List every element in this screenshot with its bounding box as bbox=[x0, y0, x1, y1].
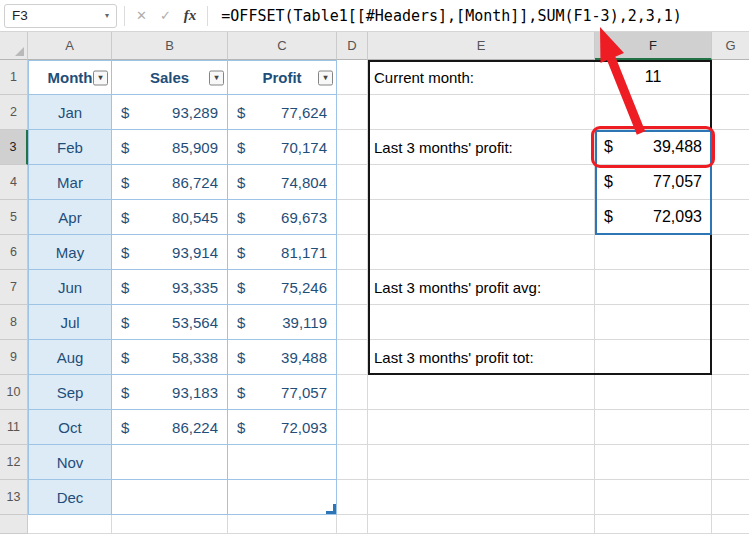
cell[interactable] bbox=[337, 515, 368, 534]
month-cell[interactable]: Jan bbox=[28, 95, 112, 130]
row-header-6[interactable]: 6 bbox=[0, 235, 28, 270]
row-header-9[interactable]: 9 bbox=[0, 340, 28, 375]
cell[interactable] bbox=[112, 480, 228, 515]
cell[interactable] bbox=[712, 305, 749, 340]
column-header-f[interactable]: F bbox=[595, 32, 712, 60]
cell[interactable] bbox=[368, 375, 595, 410]
cell[interactable] bbox=[368, 165, 595, 200]
cell[interactable] bbox=[28, 515, 112, 534]
column-header-d[interactable]: D bbox=[337, 32, 368, 60]
cell[interactable] bbox=[595, 410, 712, 445]
column-header-a[interactable]: A bbox=[28, 32, 112, 60]
row-header-1[interactable]: 1 bbox=[0, 60, 28, 95]
cell[interactable] bbox=[337, 200, 368, 235]
month-cell[interactable]: May bbox=[28, 235, 112, 270]
cell[interactable] bbox=[228, 445, 337, 480]
filter-button-profit[interactable]: ▾ bbox=[318, 70, 333, 85]
cell[interactable] bbox=[712, 200, 749, 235]
cell[interactable] bbox=[368, 480, 595, 515]
cell[interactable] bbox=[228, 515, 337, 534]
sales-cell[interactable]: $58,338 bbox=[112, 340, 228, 375]
profit-cell[interactable]: $74,804 bbox=[228, 165, 337, 200]
profit-cell[interactable]: $70,174 bbox=[228, 130, 337, 165]
cell[interactable] bbox=[337, 445, 368, 480]
filter-button-month[interactable]: ▾ bbox=[93, 70, 108, 85]
row-header-2[interactable]: 2 bbox=[0, 95, 28, 130]
cell[interactable] bbox=[368, 305, 595, 340]
cell[interactable] bbox=[595, 305, 712, 340]
cell[interactable] bbox=[337, 270, 368, 305]
enter-icon[interactable]: ✓ bbox=[160, 8, 171, 23]
cell[interactable] bbox=[595, 375, 712, 410]
cell[interactable] bbox=[337, 480, 368, 515]
cell[interactable] bbox=[712, 95, 749, 130]
month-cell[interactable]: Apr bbox=[28, 200, 112, 235]
column-header-g[interactable]: G bbox=[712, 32, 749, 60]
cell[interactable] bbox=[712, 515, 749, 534]
cell[interactable] bbox=[712, 445, 749, 480]
cell[interactable] bbox=[368, 200, 595, 235]
cell[interactable] bbox=[337, 165, 368, 200]
cell[interactable] bbox=[337, 410, 368, 445]
sales-cell[interactable]: $85,909 bbox=[112, 130, 228, 165]
row-header-10[interactable]: 10 bbox=[0, 375, 28, 410]
formula-input[interactable]: =OFFSET(Table1[[#Headers],[Month]],SUM(F… bbox=[215, 7, 749, 25]
column-header-b[interactable]: B bbox=[112, 32, 228, 60]
selected-cell-f3[interactable]: $39,488 bbox=[595, 130, 712, 165]
column-header-c[interactable]: C bbox=[228, 32, 337, 60]
month-cell[interactable]: Mar bbox=[28, 165, 112, 200]
month-cell[interactable]: Nov bbox=[28, 445, 112, 480]
table-resize-handle[interactable] bbox=[228, 480, 337, 515]
column-header-e[interactable]: E bbox=[368, 32, 595, 60]
month-cell[interactable]: Aug bbox=[28, 340, 112, 375]
cell[interactable] bbox=[337, 60, 368, 95]
row-header-partial[interactable] bbox=[0, 515, 28, 534]
sales-cell[interactable]: $86,724 bbox=[112, 165, 228, 200]
sales-cell[interactable]: $80,545 bbox=[112, 200, 228, 235]
cell[interactable] bbox=[712, 130, 749, 165]
name-box[interactable]: F3 ▾ bbox=[4, 4, 117, 28]
cell[interactable] bbox=[712, 270, 749, 305]
cell[interactable] bbox=[712, 340, 749, 375]
month-cell[interactable]: Oct bbox=[28, 410, 112, 445]
chevron-down-icon[interactable]: ▾ bbox=[105, 12, 109, 20]
sales-cell[interactable]: $93,289 bbox=[112, 95, 228, 130]
cell[interactable] bbox=[595, 340, 712, 375]
current-month-label-cell[interactable]: Current month: bbox=[368, 60, 595, 95]
row-header-4[interactable]: 4 bbox=[0, 165, 28, 200]
sales-cell[interactable]: $86,224 bbox=[112, 410, 228, 445]
cell[interactable] bbox=[712, 375, 749, 410]
profit-cell[interactable]: $39,488 bbox=[228, 340, 337, 375]
profit-cell[interactable]: $72,093 bbox=[228, 410, 337, 445]
profit-cell[interactable]: $69,673 bbox=[228, 200, 337, 235]
cell[interactable] bbox=[337, 375, 368, 410]
cell[interactable] bbox=[595, 515, 712, 534]
month-cell[interactable]: Sep bbox=[28, 375, 112, 410]
row-header-12[interactable]: 12 bbox=[0, 445, 28, 480]
table-header-profit[interactable]: Profit ▾ bbox=[228, 60, 337, 95]
filter-button-sales[interactable]: ▾ bbox=[209, 70, 224, 85]
spill-cell-f4[interactable]: $77,057 bbox=[595, 165, 712, 200]
row-header-13[interactable]: 13 bbox=[0, 480, 28, 515]
cell[interactable] bbox=[368, 235, 595, 270]
cell[interactable] bbox=[368, 445, 595, 480]
row-header-7[interactable]: 7 bbox=[0, 270, 28, 305]
tot-label-cell[interactable]: Last 3 months' profit tot: bbox=[368, 340, 595, 375]
month-cell[interactable]: Feb bbox=[28, 130, 112, 165]
sales-cell[interactable]: $93,914 bbox=[112, 235, 228, 270]
cell[interactable] bbox=[337, 235, 368, 270]
profit-cell[interactable]: $75,246 bbox=[228, 270, 337, 305]
sales-cell[interactable]: $93,183 bbox=[112, 375, 228, 410]
cell[interactable] bbox=[712, 165, 749, 200]
cell[interactable] bbox=[112, 515, 228, 534]
cell[interactable] bbox=[368, 95, 595, 130]
cell[interactable] bbox=[337, 95, 368, 130]
month-cell[interactable]: Jul bbox=[28, 305, 112, 340]
cell[interactable] bbox=[337, 305, 368, 340]
cell[interactable] bbox=[595, 95, 712, 130]
cancel-icon[interactable]: ✕ bbox=[136, 8, 147, 23]
cell[interactable] bbox=[712, 235, 749, 270]
profit-cell[interactable]: $77,057 bbox=[228, 375, 337, 410]
row-header-11[interactable]: 11 bbox=[0, 410, 28, 445]
cell[interactable] bbox=[712, 480, 749, 515]
